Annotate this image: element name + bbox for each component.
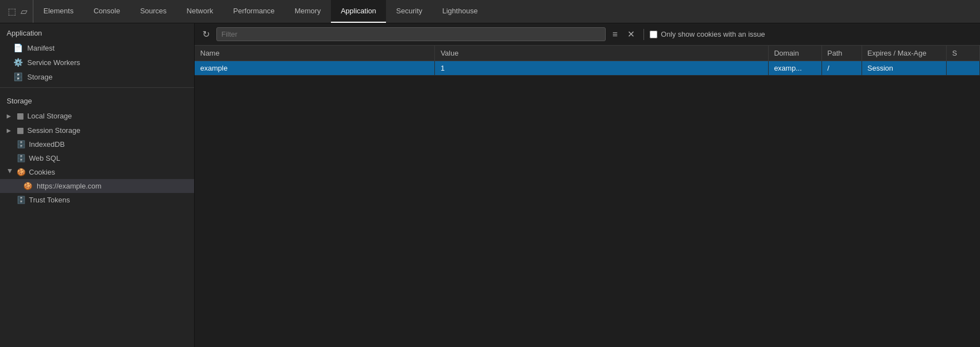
- sidebar-item-cookies[interactable]: ▶ 🍪 Cookies: [0, 165, 194, 179]
- cell-value: 1: [435, 61, 769, 76]
- service-workers-label: Service Workers: [27, 58, 80, 67]
- app-section-label: Application: [0, 23, 194, 41]
- cell-path: /: [821, 61, 862, 76]
- tab-performance[interactable]: Performance: [223, 0, 284, 23]
- cell-s: [947, 61, 980, 76]
- col-header-domain[interactable]: Domain: [768, 46, 821, 61]
- col-header-path[interactable]: Path: [821, 46, 862, 61]
- refresh-button[interactable]: ↻: [199, 27, 213, 41]
- local-storage-label: Local Storage: [27, 112, 72, 120]
- cell-expires: Session: [862, 61, 947, 76]
- only-show-issue-checkbox[interactable]: [650, 31, 657, 38]
- cursor-icon[interactable]: ⬚: [8, 6, 16, 17]
- only-show-issue-label[interactable]: Only show cookies with an issue: [650, 30, 765, 38]
- tab-security[interactable]: Security: [386, 0, 432, 23]
- clear-filter-button[interactable]: ✕: [624, 27, 638, 41]
- storage-label: Storage: [27, 73, 53, 81]
- indexeddb-icon: 🗄️: [17, 140, 26, 148]
- sidebar-item-web-sql[interactable]: ▶ 🗄️ Web SQL: [0, 151, 194, 165]
- cookies-table: Name Value Domain Path Expires / Max-Age…: [195, 46, 980, 76]
- storage-section-label: Storage: [0, 91, 194, 108]
- col-header-value[interactable]: Value: [435, 46, 769, 61]
- content-area: ↻ ≡ ✕ Only show cookies with an issue Na…: [195, 23, 980, 347]
- toolbar: ↻ ≡ ✕ Only show cookies with an issue: [195, 23, 980, 46]
- sidebar-item-trust-tokens[interactable]: ▶ 🗄️ Trust Tokens: [0, 193, 194, 207]
- tab-lighthouse[interactable]: Lighthouse: [432, 0, 488, 23]
- device-icon[interactable]: ▱: [21, 6, 27, 17]
- cookies-icon: 🍪: [17, 168, 26, 176]
- col-header-name[interactable]: Name: [195, 46, 435, 61]
- tab-elements[interactable]: Elements: [33, 0, 83, 23]
- chevron-icon: ▶: [7, 169, 13, 176]
- trust-tokens-icon: 🗄️: [17, 196, 26, 204]
- only-show-issue-text: Only show cookies with an issue: [661, 30, 765, 38]
- sidebar: Application 📄 Manifest ⚙️ Service Worker…: [0, 23, 195, 347]
- devtools-icons: ⬚ ▱: [2, 0, 33, 23]
- manifest-label: Manifest: [27, 44, 55, 52]
- tab-sources[interactable]: Sources: [130, 0, 177, 23]
- cookie-child-icon: 🍪: [23, 182, 32, 190]
- storage-icon: 🗄️: [13, 72, 23, 81]
- chevron-icon: ▶: [7, 113, 13, 119]
- cell-name: example: [195, 61, 435, 76]
- tab-memory[interactable]: Memory: [285, 0, 331, 23]
- indexeddb-label: IndexedDB: [29, 140, 65, 148]
- session-storage-label: Session Storage: [27, 126, 80, 135]
- cookies-label: Cookies: [29, 168, 55, 176]
- tab-network[interactable]: Network: [177, 0, 224, 23]
- sidebar-item-cookies-example[interactable]: 🍪 https://example.com: [0, 179, 194, 193]
- table-header-row: Name Value Domain Path Expires / Max-Age…: [195, 46, 980, 61]
- web-sql-label: Web SQL: [29, 154, 60, 162]
- cookies-example-label: https://example.com: [37, 182, 101, 190]
- sidebar-item-service-workers[interactable]: ⚙️ Service Workers: [0, 55, 194, 70]
- chevron-icon: ▶: [7, 127, 13, 133]
- tab-console[interactable]: Console: [83, 0, 130, 23]
- col-header-s[interactable]: S: [947, 46, 980, 61]
- tab-application[interactable]: Application: [331, 0, 387, 23]
- trust-tokens-label: Trust Tokens: [29, 196, 70, 204]
- sidebar-divider: [0, 87, 194, 88]
- filter-options-button[interactable]: ≡: [609, 28, 621, 41]
- main-layout: Application 📄 Manifest ⚙️ Service Worker…: [0, 23, 980, 347]
- web-sql-icon: 🗄️: [17, 154, 26, 162]
- sidebar-item-local-storage[interactable]: ▶ ▦ Local Storage: [0, 108, 194, 123]
- cell-domain: examp...: [768, 61, 821, 76]
- col-header-expires[interactable]: Expires / Max-Age: [862, 46, 947, 61]
- local-storage-icon: ▦: [17, 111, 24, 120]
- manifest-icon: 📄: [13, 43, 23, 52]
- tab-bar: ⬚ ▱ ElementsConsoleSourcesNetworkPerform…: [0, 0, 980, 23]
- sidebar-item-storage[interactable]: 🗄️ Storage: [0, 70, 194, 84]
- filter-input[interactable]: [216, 27, 606, 41]
- session-storage-icon: ▦: [17, 126, 24, 135]
- sidebar-item-session-storage[interactable]: ▶ ▦ Session Storage: [0, 123, 194, 137]
- table-row[interactable]: example 1 examp... / Session: [195, 61, 980, 76]
- sidebar-item-manifest[interactable]: 📄 Manifest: [0, 41, 194, 55]
- table-area: Name Value Domain Path Expires / Max-Age…: [195, 46, 980, 347]
- service-workers-icon: ⚙️: [13, 58, 23, 67]
- toolbar-separator: [644, 29, 644, 40]
- sidebar-item-indexeddb[interactable]: ▶ 🗄️ IndexedDB: [0, 137, 194, 151]
